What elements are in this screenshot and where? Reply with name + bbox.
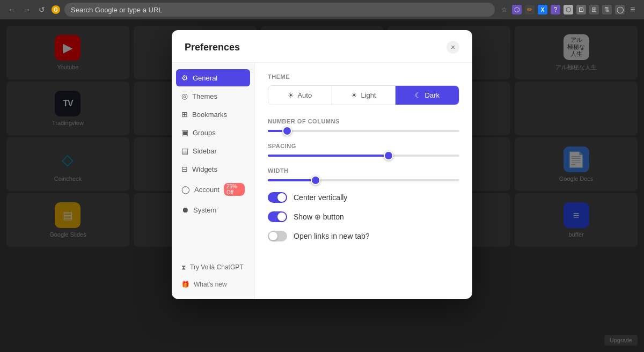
width-slider-thumb[interactable]	[311, 175, 320, 185]
extension-icon-8[interactable]: ⇅	[602, 5, 612, 14]
open-links-knob	[269, 232, 277, 240]
menu-icon[interactable]: ≡	[628, 5, 638, 14]
open-links-label: Open links in new tab?	[294, 232, 370, 240]
width-section: WIDTH	[268, 167, 459, 181]
show-button-toggle[interactable]	[268, 211, 287, 222]
bookmarks-icon: ⊞	[181, 110, 188, 119]
sidebar-item-account[interactable]: ◯ Account 25% Off	[176, 179, 250, 200]
modal-title: Preferences	[185, 42, 240, 53]
extension-icon-7[interactable]: ⊞	[589, 5, 599, 14]
dark-label: Dark	[425, 91, 439, 99]
browser-bar: ← → ↺ G Search Google or type a URL ☆ ⬡ …	[0, 0, 644, 19]
sidebar-label-bookmarks: Bookmarks	[192, 111, 227, 119]
themes-icon: ◎	[181, 92, 188, 100]
sidebar-label-account: Account	[194, 186, 219, 194]
show-button-label: Show ⊕ button	[294, 212, 344, 221]
sidebar-label-sidebar: Sidebar	[193, 147, 217, 155]
toggle-show-button: Show ⊕ button	[268, 211, 459, 222]
theme-buttons: ☀ Auto ☀ Light ☾ Dark	[268, 85, 459, 105]
theme-dark-button[interactable]: ☾ Dark	[396, 86, 459, 105]
sidebar-item-whatsnew[interactable]: 🎁 What's new	[176, 276, 250, 292]
sidebar-item-groups[interactable]: ▣ Groups	[176, 124, 250, 141]
preferences-modal: Preferences × ⚙ General ◎ Themes ⊞ Bookm…	[172, 30, 472, 299]
browser-icons: ☆ ⬡ ✏ X ? ⬡ ⊡ ⊞ ⇅ ◯ ≡	[499, 5, 638, 14]
sidebar-footer: ⧗ Try Voilà ChatGPT 🎁 What's new	[176, 259, 250, 292]
center-vertically-toggle[interactable]	[268, 192, 287, 203]
columns-section: NUMBER OF COLUMNS	[268, 118, 459, 132]
groups-icon: ▣	[181, 128, 188, 137]
sidebar-icon: ▤	[181, 146, 188, 155]
modal-content: THEME ☀ Auto ☀ Light ☾ Dark	[255, 63, 472, 299]
extension-icon-1[interactable]: ⬡	[512, 5, 522, 14]
width-label: WIDTH	[268, 167, 459, 174]
forward-button[interactable]: →	[21, 5, 32, 14]
extension-icon-9[interactable]: ◯	[615, 5, 625, 14]
toggle-center-vertically: Center vertically	[268, 192, 459, 203]
light-icon: ☀	[351, 91, 357, 99]
modal-body: ⚙ General ◎ Themes ⊞ Bookmarks ▣ Groups …	[172, 63, 472, 299]
whatsnew-label: What's new	[194, 281, 227, 288]
theme-section-label: THEME	[268, 74, 459, 80]
show-button-knob	[277, 212, 286, 221]
extension-icon-2[interactable]: ✏	[525, 5, 535, 14]
voila-label: Try Voilà ChatGPT	[190, 263, 244, 271]
auto-icon: ☀	[288, 91, 294, 99]
account-icon: ◯	[181, 185, 190, 194]
sidebar-item-system[interactable]: ⏺ System	[176, 201, 250, 218]
sidebar-item-themes[interactable]: ◎ Themes	[176, 87, 250, 105]
sidebar-item-general[interactable]: ⚙ General	[176, 69, 250, 86]
extension-icon-3[interactable]: X	[538, 5, 547, 14]
center-vertically-knob	[277, 193, 286, 202]
sidebar-item-voila[interactable]: ⧗ Try Voilà ChatGPT	[176, 259, 250, 275]
sidebar-item-widgets[interactable]: ⊟ Widgets	[176, 160, 250, 178]
light-label: Light	[361, 91, 376, 99]
width-slider-track[interactable]	[268, 179, 459, 181]
sidebar-label-system: System	[193, 206, 216, 214]
extension-icon-5[interactable]: ⬡	[564, 5, 573, 14]
extension-icon-6[interactable]: ⊡	[576, 5, 586, 14]
back-button[interactable]: ←	[6, 5, 17, 14]
columns-label: NUMBER OF COLUMNS	[268, 118, 459, 124]
spacing-section: SPACING	[268, 143, 459, 157]
columns-slider-thumb[interactable]	[282, 126, 292, 136]
account-badge: 25% Off	[224, 183, 245, 196]
browser-favicon: G	[52, 5, 60, 14]
theme-auto-button[interactable]: ☀ Auto	[268, 86, 332, 105]
whatsnew-icon: 🎁	[181, 281, 189, 288]
spacing-label: SPACING	[268, 143, 459, 149]
toggle-open-links: Open links in new tab?	[268, 231, 459, 241]
dark-icon: ☾	[415, 91, 421, 99]
extension-icon-4[interactable]: ?	[551, 5, 560, 14]
url-text: Search Google or type a URL	[71, 6, 163, 14]
star-icon[interactable]: ☆	[499, 5, 509, 14]
system-icon: ⏺	[181, 206, 189, 214]
url-bar[interactable]: Search Google or type a URL	[64, 3, 495, 17]
sidebar-item-bookmarks[interactable]: ⊞ Bookmarks	[176, 106, 250, 123]
sidebar-label-themes: Themes	[192, 92, 217, 100]
modal-close-button[interactable]: ×	[447, 41, 459, 54]
general-icon: ⚙	[181, 74, 188, 82]
sidebar-label-general: General	[193, 74, 217, 82]
spacing-slider-thumb[interactable]	[384, 151, 393, 160]
center-vertically-label: Center vertically	[294, 193, 347, 202]
refresh-button[interactable]: ↺	[36, 5, 47, 14]
voila-icon: ⧗	[181, 263, 186, 271]
sidebar-item-sidebar[interactable]: ▤ Sidebar	[176, 142, 250, 159]
open-links-toggle[interactable]	[268, 231, 287, 241]
sidebar-label-widgets: Widgets	[192, 165, 217, 173]
modal-sidebar: ⚙ General ◎ Themes ⊞ Bookmarks ▣ Groups …	[172, 63, 255, 299]
modal-header: Preferences ×	[172, 30, 472, 63]
columns-slider-track[interactable]	[268, 130, 459, 132]
auto-label: Auto	[297, 91, 312, 99]
widgets-icon: ⊟	[181, 165, 188, 173]
spacing-slider-track[interactable]	[268, 155, 459, 157]
sidebar-label-groups: Groups	[193, 129, 216, 137]
main-area: ▶ Youtube 🐦 ✦ 🌐 アル極秘な人生 アル極秘な人生 TV Tradi…	[0, 19, 644, 352]
theme-light-button[interactable]: ☀ Light	[332, 86, 396, 105]
